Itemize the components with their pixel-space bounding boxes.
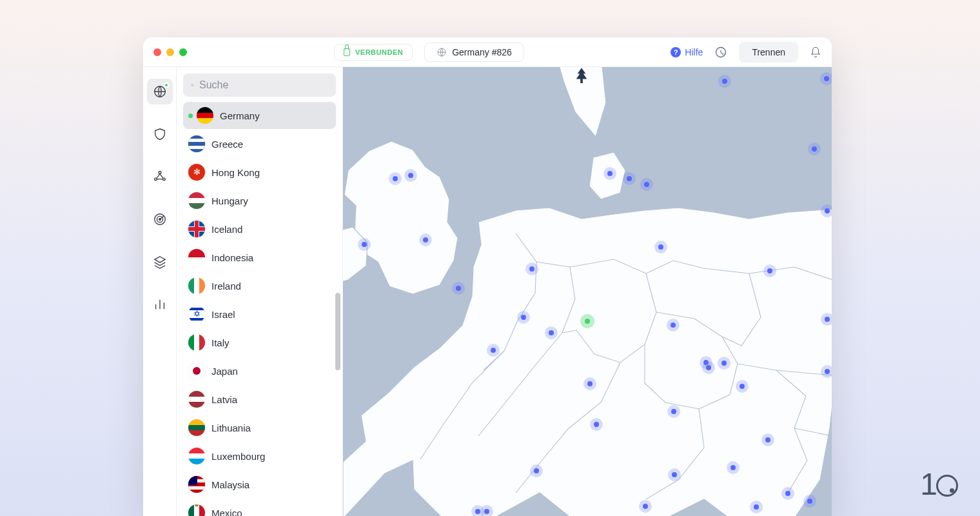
country-item-iceland[interactable]: Iceland: [183, 215, 336, 243]
search-input[interactable]: [199, 79, 328, 91]
country-item-ireland[interactable]: Ireland: [183, 272, 336, 299]
country-item-israel[interactable]: ✡Israel: [183, 301, 336, 328]
rail-radar[interactable]: [147, 206, 173, 232]
flag-icon: ✡: [188, 306, 205, 322]
country-item-lithuania[interactable]: Lithuania: [183, 414, 336, 441]
country-item-hong-kong[interactable]: ✻Hong Kong: [183, 159, 336, 186]
country-label: Greece: [211, 139, 243, 150]
connection-status: VERBUNDEN: [334, 44, 413, 61]
notifications-icon[interactable]: [810, 46, 821, 58]
server-dot[interactable]: [654, 241, 667, 253]
refresh-icon[interactable]: R: [714, 46, 727, 59]
close-window[interactable]: [153, 48, 161, 56]
server-dot[interactable]: [668, 468, 681, 481]
flag-icon: [188, 504, 205, 516]
server-dot[interactable]: [803, 495, 816, 508]
flag-icon: [188, 334, 205, 351]
svg-point-5: [154, 178, 157, 181]
server-dot[interactable]: [667, 405, 680, 418]
rail-browse[interactable]: [147, 79, 173, 104]
server-dot[interactable]: [667, 319, 680, 332]
rail-stats[interactable]: [147, 292, 173, 317]
country-item-malaysia[interactable]: Malaysia: [183, 471, 336, 498]
server-dot[interactable]: [452, 282, 465, 295]
server-dot[interactable]: [358, 238, 371, 251]
server-dot[interactable]: [545, 326, 558, 339]
scrollbar-thumb[interactable]: [335, 293, 340, 370]
country-item-japan[interactable]: Japan: [183, 357, 336, 384]
server-dot[interactable]: [525, 263, 538, 275]
flag-icon: [188, 448, 205, 464]
minimize-window[interactable]: [166, 48, 174, 56]
titlebar: VERBUNDEN Germany #826 ? Hilfe R Trennen: [143, 37, 832, 67]
flag-icon: [188, 277, 205, 294]
flag-icon: [188, 221, 205, 237]
globe-icon: [436, 47, 447, 57]
flag-icon: [188, 419, 205, 436]
server-dot[interactable]: [781, 487, 794, 500]
zoom-window[interactable]: [179, 48, 187, 56]
country-item-hungary[interactable]: Hungary: [183, 187, 336, 214]
country-label: Malaysia: [211, 479, 250, 490]
server-dot[interactable]: [761, 433, 774, 446]
server-dot[interactable]: [639, 500, 652, 513]
country-item-luxembourg[interactable]: Luxembourg: [183, 442, 336, 470]
server-dot[interactable]: [640, 178, 653, 191]
help-button[interactable]: ? Hilfe: [671, 47, 703, 57]
server-dot[interactable]: [517, 311, 530, 324]
country-item-indonesia[interactable]: Indonesia: [183, 244, 336, 271]
country-label: Israel: [211, 309, 235, 320]
rail-layers[interactable]: [147, 249, 173, 275]
server-dot[interactable]: [480, 505, 493, 516]
country-item-italy[interactable]: Italy: [183, 329, 336, 356]
country-item-germany[interactable]: Germany: [183, 102, 336, 129]
country-label: Ireland: [211, 281, 241, 292]
server-dot[interactable]: [808, 143, 821, 155]
server-dot[interactable]: [736, 380, 749, 393]
country-item-mexico[interactable]: Mexico: [183, 499, 336, 516]
server-dot[interactable]: [590, 418, 603, 431]
country-label: Germany: [220, 110, 260, 121]
sidebar-rail: [143, 67, 177, 516]
server-dot[interactable]: [404, 169, 417, 182]
server-dot-active[interactable]: [581, 315, 594, 328]
country-label: Italy: [211, 337, 230, 348]
server-dot[interactable]: [530, 464, 543, 477]
tree-pin-icon: [574, 68, 589, 87]
country-item-greece[interactable]: Greece: [183, 130, 336, 157]
svg-point-4: [159, 172, 161, 174]
country-list-column: GermanyGreece✻Hong KongHungaryIcelandInd…: [177, 67, 343, 516]
server-dot[interactable]: [487, 344, 500, 357]
rail-shield[interactable]: [147, 121, 173, 147]
server-dot[interactable]: [750, 501, 763, 513]
flag-icon: ✻: [188, 164, 205, 181]
rail-mesh[interactable]: [147, 164, 173, 190]
server-dot[interactable]: [623, 172, 636, 185]
map-view[interactable]: [343, 67, 832, 516]
server-dot[interactable]: [718, 75, 731, 88]
flag-icon: [188, 362, 205, 379]
server-dot[interactable]: [389, 172, 402, 185]
server-dot[interactable]: [419, 233, 432, 246]
server-dot[interactable]: [763, 264, 776, 277]
server-dot[interactable]: [702, 361, 715, 374]
server-dot[interactable]: [583, 377, 596, 390]
app-window: VERBUNDEN Germany #826 ? Hilfe R Trennen: [143, 37, 832, 516]
map-land: [343, 67, 832, 516]
location-pill[interactable]: Germany #826: [424, 43, 524, 62]
server-dot[interactable]: [727, 461, 740, 474]
server-dot[interactable]: [821, 204, 832, 217]
flag-icon: [188, 391, 205, 408]
server-dot[interactable]: [718, 357, 730, 370]
lock-icon: [344, 48, 350, 56]
server-dot[interactable]: [820, 72, 832, 85]
server-dot[interactable]: [603, 167, 616, 180]
disconnect-button[interactable]: Trennen: [739, 42, 798, 63]
search-icon: [191, 80, 194, 90]
search-box[interactable]: [183, 74, 336, 97]
server-dot[interactable]: [821, 313, 832, 326]
location-text: Germany #826: [452, 47, 512, 57]
country-item-latvia[interactable]: Latvia: [183, 386, 336, 413]
server-dot[interactable]: [821, 365, 832, 378]
flag-icon: [188, 476, 205, 493]
